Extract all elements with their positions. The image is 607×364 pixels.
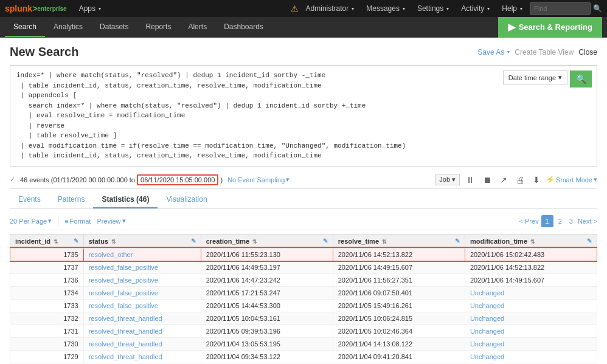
sort-icon-modification: ⇅	[530, 239, 535, 245]
job-button[interactable]: Job ▾	[435, 174, 460, 185]
help-caret-icon: ▾	[520, 6, 522, 12]
nav-activity[interactable]: Activity ▾	[456, 0, 494, 17]
find-input[interactable]	[530, 2, 591, 15]
col-header-creation-time[interactable]: creation_time ⇅ ✎	[201, 234, 333, 248]
cell-resolve-time: 2020/11/06 11:56:27.351	[333, 273, 465, 286]
cell-status[interactable]: resolved_false_positive	[83, 286, 201, 299]
cell-incident-id: 1732	[10, 312, 84, 325]
nav-apps[interactable]: Apps ▾	[74, 0, 106, 17]
datetime-range-button[interactable]: Date time range ▾	[503, 70, 567, 84]
close-button[interactable]: Close	[578, 48, 597, 57]
cell-status[interactable]: resolved_threat_handled	[83, 350, 201, 363]
results-table: incident_id ⇅ ✎ status ⇅ ✎ creation_time…	[10, 234, 597, 363]
cell-creation-time: 2020/11/04 09:34:53.122	[201, 350, 333, 363]
nav-administrator[interactable]: Administrator ▾	[301, 0, 359, 17]
search-reporting-button[interactable]: ▶ Search & Reporting	[498, 17, 602, 38]
sec-nav-reports[interactable]: Reports	[137, 17, 179, 37]
sec-nav-alerts[interactable]: Alerts	[179, 17, 215, 37]
cell-creation-time: 2020/11/06 14:47:23.242	[201, 273, 333, 286]
smart-mode-button[interactable]: ⚡ Smart Mode ▾	[546, 176, 597, 184]
col-header-resolve-time[interactable]: resolve_time ⇅ ✎	[333, 234, 465, 248]
cell-resolve-time: 2020/11/04 09:41:20.841	[333, 350, 465, 363]
nav-help[interactable]: Help ▾	[497, 0, 527, 17]
edit-icon-modification[interactable]: ✎	[587, 238, 592, 244]
no-event-sampling-button[interactable]: No Event Sampling ▾	[227, 176, 290, 184]
tab-visualization[interactable]: Visualization	[158, 191, 215, 208]
cell-resolve-time: 2020/11/05 10:06:24.815	[333, 312, 465, 325]
cell-creation-time: 2020/11/05 10:04:53.161	[201, 312, 333, 325]
page-3-button[interactable]: 3	[567, 216, 575, 226]
share-button[interactable]: ↗	[498, 174, 510, 186]
edit-icon-incident[interactable]: ✎	[74, 238, 78, 244]
cell-status[interactable]: resolved_threat_handled	[83, 312, 201, 325]
download-button[interactable]: ⬇	[530, 174, 543, 186]
sec-nav-search[interactable]: Search	[5, 17, 45, 37]
cell-resolve-time: 2020/11/05 10:02:46.364	[333, 325, 465, 337]
search-execute-button[interactable]: 🔍	[570, 70, 592, 88]
page-title-row: New Search Save As ▾ Create Table View C…	[10, 45, 597, 59]
cell-incident-id: 1737	[10, 261, 84, 273]
sort-icon-resolve: ⇅	[382, 239, 387, 245]
stop-button[interactable]: ⏹	[480, 174, 494, 186]
table-row: 1731resolved_threat_handled2020/11/05 09…	[10, 325, 597, 337]
title-actions: Save As ▾ Create Table View Close	[477, 48, 597, 57]
cell-modification-time: Unchanged	[465, 312, 597, 325]
table-header-row: incident_id ⇅ ✎ status ⇅ ✎ creation_time…	[10, 234, 597, 248]
col-header-incident-id[interactable]: incident_id ⇅ ✎	[10, 234, 84, 248]
table-row: 1737resolved_false_positive2020/11/06 14…	[10, 261, 597, 273]
secondary-nav: Search Analytics Datasets Reports Alerts…	[0, 17, 607, 38]
cell-status[interactable]: resolved_false_positive	[83, 273, 201, 286]
next-page-button[interactable]: Next >	[578, 218, 597, 225]
tab-statistics[interactable]: Statistics (46)	[93, 191, 158, 208]
cell-resolve-time: 2020/11/06 14:49:15.607	[333, 261, 465, 273]
main-content: New Search Save As ▾ Create Table View C…	[0, 38, 607, 364]
sec-nav-right: ▶ Search & Reporting	[498, 17, 602, 37]
cell-modification-time: Unchanged	[465, 337, 597, 350]
page-1-button[interactable]: 1	[541, 215, 553, 227]
print-icon: 🖨	[516, 175, 524, 185]
pause-icon: ⏸	[466, 175, 474, 185]
table-row: 1729resolved_threat_handled2020/11/04 09…	[10, 350, 597, 363]
cell-status[interactable]: resolved_false_positive	[83, 299, 201, 312]
nav-messages[interactable]: Messages ▾	[361, 0, 410, 17]
format-button[interactable]: ≡ Format	[64, 218, 91, 225]
pause-button[interactable]: ⏸	[463, 174, 477, 186]
save-as-button[interactable]: Save As ▾	[477, 48, 510, 57]
cell-status[interactable]: resolved_threat_handled	[83, 325, 201, 337]
table-row: 1735resolved_other2020/11/06 11:55:23.13…	[10, 248, 597, 261]
settings-caret-icon: ▾	[446, 6, 449, 12]
cell-status[interactable]: resolved_false_positive	[83, 261, 201, 273]
sec-nav-analytics[interactable]: Analytics	[45, 17, 91, 37]
edit-icon-creation[interactable]: ✎	[323, 238, 328, 244]
nav-settings[interactable]: Settings ▾	[412, 0, 454, 17]
table-row: 1730resolved_threat_handled2020/11/04 13…	[10, 337, 597, 350]
cell-incident-id: 1731	[10, 325, 84, 337]
create-table-view-button[interactable]: Create Table View	[515, 48, 574, 57]
print-button[interactable]: 🖨	[513, 174, 527, 186]
tab-patterns[interactable]: Patterns	[49, 191, 94, 208]
cell-status[interactable]: resolved_other	[83, 248, 201, 261]
sec-nav-datasets[interactable]: Datasets	[91, 17, 137, 37]
job-caret-icon: ▾	[452, 176, 456, 183]
edit-icon-status[interactable]: ✎	[191, 238, 196, 244]
col-header-modification-time[interactable]: modification_time ⇅ ✎	[465, 234, 597, 248]
cell-modification-time: Unchanged	[465, 286, 597, 299]
cell-incident-id: 1730	[10, 337, 84, 350]
search-run-icon: 🔍	[576, 74, 586, 84]
per-page-button[interactable]: 20 Per Page ▾	[10, 217, 52, 225]
tab-events[interactable]: Events	[10, 191, 49, 208]
lightning-icon: ⚡	[546, 176, 555, 184]
table-row: 1734resolved_false_positive2020/11/05 17…	[10, 286, 597, 299]
col-header-status[interactable]: status ⇅ ✎	[83, 234, 201, 248]
messages-caret-icon: ▾	[403, 6, 405, 12]
warning-icon: ⚠	[291, 4, 299, 13]
cell-modification-time: 2020/11/06 14:49:15.607	[465, 273, 597, 286]
cell-status[interactable]: resolved_threat_handled	[83, 337, 201, 350]
edit-icon-resolve[interactable]: ✎	[455, 238, 460, 244]
preview-caret-icon: ▾	[122, 217, 126, 225]
page-2-button[interactable]: 2	[556, 216, 564, 226]
sec-nav-dashboards[interactable]: Dashboards	[215, 17, 272, 37]
cell-resolve-time: 2020/11/05 15:49:16.261	[333, 299, 465, 312]
preview-button[interactable]: Preview ▾	[97, 217, 125, 225]
prev-page-button[interactable]: < Prev	[519, 218, 539, 225]
